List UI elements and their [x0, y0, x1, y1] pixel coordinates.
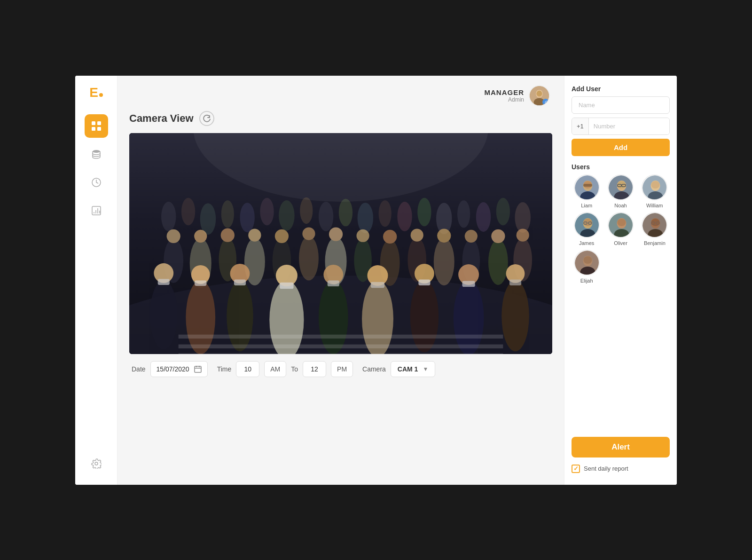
svg-point-25 [279, 200, 294, 230]
refresh-button[interactable] [199, 111, 214, 126]
daily-report: ✓ Sent daily report [572, 462, 670, 475]
user-card-oliver[interactable]: Oliver [605, 212, 635, 246]
user-avatar-oliver [608, 212, 634, 238]
user-name: MANAGER [485, 88, 525, 96]
svg-point-78 [319, 280, 348, 354]
verified-badge: ✓ [542, 99, 549, 105]
svg-point-90 [501, 280, 529, 351]
user-avatar-benjamin [642, 212, 667, 238]
users-title: Users [572, 163, 670, 171]
svg-rect-93 [179, 334, 503, 338]
time-from-input[interactable]: 10 [236, 361, 259, 377]
period-from[interactable]: AM [264, 361, 286, 377]
svg-point-61 [465, 229, 478, 242]
sidebar-item-database[interactable] [85, 142, 108, 166]
sidebar-item-dashboard[interactable] [85, 114, 108, 138]
users-section: Users Liam Noah William [572, 163, 670, 284]
phone-prefix: +1 [572, 118, 589, 134]
user-name-james: James [579, 240, 594, 246]
right-panel: Add User +1 Add Users Liam [564, 76, 677, 485]
date-control: Date 15/07/2020 [132, 361, 208, 377]
svg-point-22 [221, 200, 234, 228]
logo: E [89, 85, 103, 100]
svg-point-63 [491, 229, 505, 243]
svg-rect-83 [371, 282, 384, 288]
date-input[interactable]: 15/07/2020 [150, 361, 208, 377]
svg-point-55 [383, 229, 397, 243]
camera-select[interactable]: CAM 1 ▼ [391, 361, 435, 377]
name-input[interactable] [572, 96, 670, 114]
svg-rect-105 [583, 184, 592, 187]
svg-rect-97 [195, 366, 201, 372]
user-card-william[interactable]: William [640, 174, 670, 208]
svg-point-115 [651, 181, 660, 189]
svg-point-81 [362, 280, 393, 354]
svg-rect-68 [158, 279, 170, 285]
svg-point-49 [302, 227, 315, 240]
date-value: 15/07/2020 [157, 365, 189, 373]
sidebar-item-history[interactable] [85, 171, 108, 194]
svg-point-69 [186, 280, 215, 354]
avatar[interactable]: ✓ [529, 85, 550, 106]
app-container: E [75, 76, 677, 485]
svg-rect-71 [195, 280, 206, 286]
user-avatar-elijah [574, 250, 600, 276]
user-name-elijah: Elijah [580, 278, 593, 284]
svg-rect-2 [92, 127, 95, 131]
add-user-title: Add User [572, 85, 670, 93]
svg-point-27 [319, 202, 333, 231]
user-text: MANAGER Admin [485, 88, 525, 103]
period-to[interactable]: PM [331, 361, 353, 377]
svg-rect-74 [234, 279, 246, 285]
svg-rect-86 [418, 279, 430, 285]
svg-point-84 [410, 280, 439, 352]
controls-bar: Date 15/07/2020 Time 10 AM To 12 PM [129, 361, 552, 377]
svg-point-45 [248, 229, 261, 241]
sidebar-item-settings[interactable] [85, 452, 108, 475]
user-avatar-noah [608, 174, 634, 200]
user-card-liam[interactable]: Liam [572, 174, 602, 208]
svg-rect-92 [509, 279, 521, 285]
sidebar: E [75, 76, 118, 485]
svg-point-129 [651, 219, 660, 226]
svg-point-31 [397, 202, 412, 231]
user-card-benjamin[interactable]: Benjamin [640, 212, 670, 246]
logo-dot [99, 93, 103, 97]
svg-point-72 [227, 280, 253, 351]
svg-point-119 [583, 219, 592, 226]
user-card-james[interactable]: James [572, 212, 602, 246]
svg-rect-89 [462, 281, 475, 287]
svg-point-34 [457, 200, 470, 228]
page-title-area: Camera View [129, 111, 214, 126]
svg-point-51 [329, 227, 343, 241]
camera-feed [129, 133, 552, 354]
svg-point-29 [358, 203, 373, 233]
user-info: MANAGER Admin ✓ [485, 85, 550, 106]
svg-rect-0 [92, 121, 95, 125]
logo-letter: E [89, 85, 98, 100]
alert-button[interactable]: Alert [572, 437, 670, 457]
time-to-input[interactable]: 12 [303, 361, 326, 377]
svg-rect-80 [328, 280, 339, 286]
svg-point-16 [537, 90, 542, 96]
camera-value: CAM 1 [398, 365, 418, 373]
add-user-button[interactable]: Add [572, 139, 670, 156]
user-name-noah: Noah [614, 203, 627, 208]
svg-point-26 [300, 197, 313, 224]
svg-point-57 [411, 229, 423, 241]
svg-point-11 [95, 462, 98, 465]
user-card-elijah[interactable]: Elijah [572, 250, 602, 284]
daily-report-checkbox[interactable]: ✓ [572, 465, 580, 473]
checkmark-icon: ✓ [573, 465, 579, 472]
svg-point-87 [454, 280, 484, 354]
svg-rect-3 [97, 127, 101, 131]
page-header: Camera View [129, 111, 552, 126]
user-avatar-william [642, 174, 667, 200]
phone-number-input[interactable] [589, 118, 670, 134]
camera-control: Camera CAM 1 ▼ [362, 361, 435, 377]
users-grid: Liam Noah William James Oliver [572, 174, 670, 284]
user-card-noah[interactable]: Noah [605, 174, 635, 208]
svg-point-21 [200, 203, 216, 235]
sidebar-item-reports[interactable] [85, 199, 108, 222]
user-name-liam: Liam [581, 203, 592, 208]
